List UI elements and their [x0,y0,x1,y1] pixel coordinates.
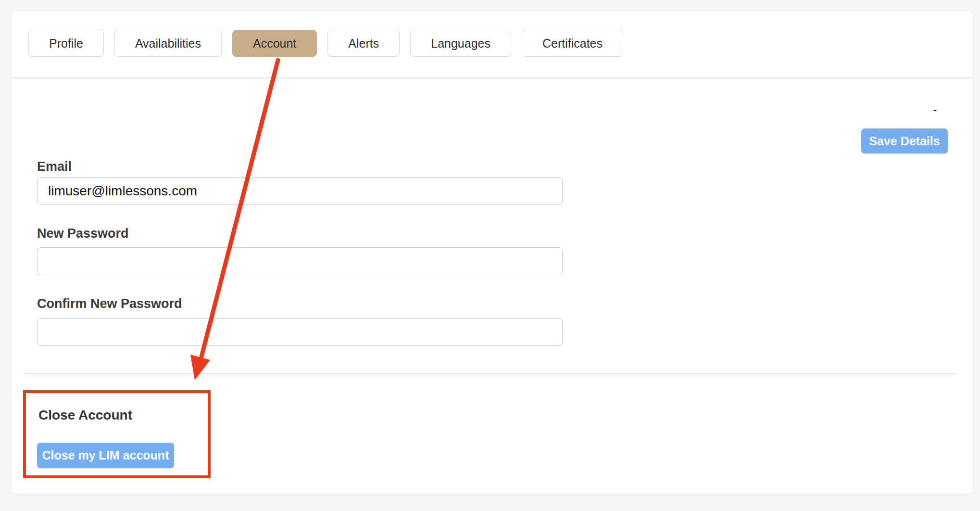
email-label: Email [37,159,72,174]
header-divider [12,77,973,78]
tab-account[interactable]: Account [232,30,317,57]
new-password-input[interactable] [37,247,563,275]
tab-alerts[interactable]: Alerts [327,30,400,57]
new-password-label: New Password [37,226,129,241]
tab-certificates[interactable]: Certificates [522,30,623,57]
tab-profile[interactable]: Profile [28,30,104,57]
settings-tab-bar: Profile Availabilities Account Alerts La… [28,30,623,57]
confirm-new-password-input[interactable] [37,318,563,346]
account-settings-page: Profile Availabilities Account Alerts La… [0,0,980,511]
email-input[interactable] [37,177,563,205]
dash-text: - [933,104,937,115]
tab-languages[interactable]: Languages [410,30,511,57]
close-account-heading: Close Account [38,408,132,423]
tab-availabilities[interactable]: Availabilities [114,30,222,57]
section-divider [24,373,956,374]
close-account-button[interactable]: Close my LIM account [37,443,174,468]
confirm-new-password-label: Confirm New Password [37,296,182,311]
save-details-button[interactable]: Save Details [861,128,948,153]
